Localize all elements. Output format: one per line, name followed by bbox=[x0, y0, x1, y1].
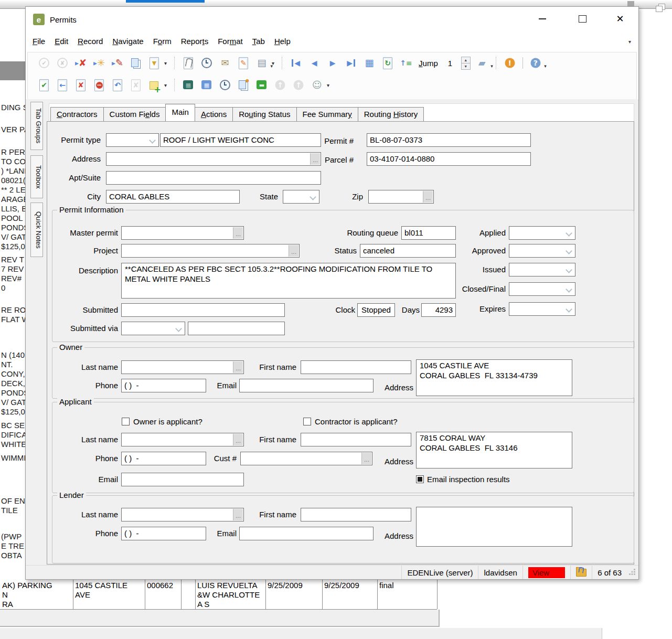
cancel-icon[interactable]: ✘ bbox=[56, 56, 69, 70]
chevron-down-icon[interactable] bbox=[566, 267, 572, 273]
previous-record-icon[interactable]: ◀ bbox=[307, 56, 321, 70]
applicant-email-field[interactable] bbox=[121, 473, 244, 486]
minimize-button[interactable] bbox=[530, 10, 554, 28]
email-inspection-results-checkbox[interactable] bbox=[416, 475, 424, 483]
attachments-icon[interactable] bbox=[182, 56, 195, 70]
ellipsis-button[interactable]: ... bbox=[289, 245, 298, 257]
clock-icon[interactable] bbox=[218, 78, 232, 92]
note-overflow-icon[interactable]: ▾ bbox=[164, 82, 167, 88]
address-field[interactable]: 1045 CASTILE AVE... bbox=[106, 152, 321, 166]
permit-type-combo[interactable]: bl272 bbox=[106, 133, 159, 147]
lender-first-name-field[interactable] bbox=[301, 508, 411, 521]
edit-note-icon[interactable]: ✎ bbox=[237, 56, 250, 70]
zip-field[interactable]: 33134-4739... bbox=[368, 190, 434, 204]
accept-icon[interactable]: ✔ bbox=[37, 56, 51, 70]
menu-item-record[interactable]: Record bbox=[73, 34, 108, 49]
new-record-icon[interactable]: ▸✳ bbox=[92, 56, 106, 70]
email-icon[interactable]: ✉ bbox=[218, 56, 232, 70]
menu-item-file[interactable]: File bbox=[28, 34, 50, 49]
submitted-via-combo[interactable] bbox=[121, 322, 185, 335]
tab-fee-summary[interactable]: Fee Summary bbox=[296, 107, 358, 121]
ellipsis-button[interactable]: ... bbox=[423, 191, 433, 203]
record-actions-overflow-icon[interactable]: ▾ bbox=[164, 60, 167, 66]
maximize-button[interactable] bbox=[570, 10, 594, 28]
parcel-number-field[interactable]: 03-4107-014-0880 bbox=[367, 152, 531, 166]
lender-phone-field[interactable]: ( ) - bbox=[121, 527, 206, 540]
menu-item-tab[interactable]: Tab bbox=[248, 34, 270, 49]
owner-last-name-field[interactable]: LUIS REVUELTA &W CHAR... bbox=[121, 360, 244, 374]
chevron-down-icon[interactable] bbox=[149, 137, 156, 144]
jump-spinner[interactable]: ▲▼ bbox=[461, 57, 471, 70]
tab-routing-history[interactable]: Routing History bbox=[358, 107, 424, 121]
ellipsis-button[interactable]: ... bbox=[233, 361, 243, 373]
sort-records-icon[interactable]: ↑≡ bbox=[399, 56, 413, 70]
side-tab-tab-groups[interactable]: Tab Groups bbox=[30, 102, 43, 150]
record-grid-icon[interactable]: ▦ bbox=[362, 56, 376, 70]
refresh-record-icon[interactable]: ↻ bbox=[381, 56, 394, 70]
tools-overflow-icon[interactable]: ▾ bbox=[326, 82, 330, 88]
highlight-icon[interactable]: ▰▾ bbox=[475, 56, 489, 70]
upload-one-icon[interactable]: ↑ bbox=[273, 78, 287, 92]
status-field[interactable]: canceled bbox=[360, 244, 456, 258]
applicant-first-name-field[interactable] bbox=[301, 433, 411, 446]
applicant-last-name-field[interactable]: DUQUESNE AND ASSOCIA... bbox=[121, 433, 244, 446]
submitted-via-field[interactable] bbox=[188, 322, 285, 335]
permit-number-field[interactable]: BL-08-07-0373 bbox=[367, 133, 531, 147]
first-record-icon[interactable]: ◀ bbox=[289, 56, 303, 70]
apt-suite-field[interactable] bbox=[106, 171, 321, 185]
upload-two-icon[interactable]: ↑ bbox=[292, 78, 305, 92]
expires-date-combo[interactable]: 01/03/2009 bbox=[509, 302, 575, 316]
tab-actions[interactable]: Actions bbox=[195, 107, 233, 121]
menu-item-edit[interactable]: Edit bbox=[50, 34, 73, 49]
applied-date-combo[interactable]: 07/07/2008 bbox=[509, 226, 575, 240]
filter-records-icon[interactable]: ▼ bbox=[147, 56, 161, 70]
chevron-down-icon[interactable] bbox=[566, 248, 572, 254]
undo-document-icon[interactable]: ↶ bbox=[111, 78, 124, 92]
owner-first-name-field[interactable] bbox=[301, 360, 411, 374]
ellipsis-button[interactable]: ... bbox=[361, 453, 371, 464]
jump-value[interactable]: 1 bbox=[448, 59, 453, 68]
menu-item-reports[interactable]: Reports bbox=[176, 34, 214, 49]
add-note-icon[interactable]: + bbox=[147, 78, 161, 92]
tab-custom-fields[interactable]: Custom Fields bbox=[103, 107, 166, 121]
side-tab-toolbox[interactable]: Toolbox bbox=[30, 155, 43, 198]
reject-document-icon[interactable]: ✘ bbox=[74, 78, 88, 92]
hold-document-icon[interactable]: − bbox=[92, 78, 106, 92]
close-button[interactable]: ✕ bbox=[608, 10, 632, 28]
resize-grip[interactable] bbox=[629, 569, 636, 576]
cust-number-field[interactable]: 001025... bbox=[240, 452, 372, 465]
return-document-icon[interactable]: ← bbox=[56, 78, 69, 92]
owner-email-field[interactable] bbox=[239, 379, 374, 392]
applicant-phone-field[interactable]: ( ) - bbox=[121, 452, 206, 465]
history-icon[interactable] bbox=[200, 56, 214, 70]
tab-main[interactable]: Main bbox=[165, 104, 195, 121]
attachments-folder-icon[interactable] bbox=[576, 569, 586, 577]
calculator-icon[interactable]: ▦ bbox=[200, 78, 214, 92]
chevron-down-icon[interactable] bbox=[566, 306, 572, 313]
contractor-is-applicant-checkbox[interactable] bbox=[303, 418, 311, 425]
alerts-icon[interactable]: ! bbox=[503, 56, 517, 70]
master-permit-field[interactable]: BL-08-02-1079... bbox=[121, 226, 244, 240]
ellipsis-button[interactable]: ... bbox=[233, 227, 243, 239]
chevron-down-icon[interactable] bbox=[566, 286, 572, 293]
closed-final-date-combo[interactable]: 04/08/2020 bbox=[509, 282, 575, 296]
tab-contractors[interactable]: Contractors bbox=[50, 107, 104, 121]
owner-address-box[interactable]: 1045 CASTILE AVE CORAL GABLES FL 33134-4… bbox=[416, 359, 572, 396]
edit-record-icon[interactable]: ▸✎ bbox=[111, 56, 124, 70]
copy-record-icon[interactable] bbox=[129, 56, 143, 70]
menu-overflow-icon[interactable]: ▾ bbox=[625, 38, 634, 45]
menu-item-format[interactable]: Format bbox=[213, 34, 248, 49]
approved-date-combo[interactable] bbox=[509, 244, 575, 258]
void-document-icon[interactable]: ✘ bbox=[129, 78, 143, 92]
issued-date-combo[interactable] bbox=[509, 263, 575, 276]
description-field[interactable]: **CANCELED AS PER FBC SECT 105.3.2**ROOF… bbox=[121, 263, 456, 299]
cash-register-icon[interactable]: ▬ bbox=[255, 78, 269, 92]
permit-type-desc-field[interactable]: ROOF / LIGHT WEIGHT CONC bbox=[160, 133, 321, 147]
owner-phone-field[interactable]: ( ) - bbox=[121, 379, 206, 392]
print-icon[interactable]: ▤▾ bbox=[255, 56, 269, 70]
project-field[interactable]: ... bbox=[121, 244, 300, 258]
lender-email-field[interactable] bbox=[239, 527, 374, 540]
side-tab-quick-notes[interactable]: Quick Notes bbox=[30, 203, 43, 257]
city-field[interactable]: CORAL GABLES bbox=[106, 190, 240, 204]
chevron-down-icon[interactable] bbox=[175, 325, 182, 332]
